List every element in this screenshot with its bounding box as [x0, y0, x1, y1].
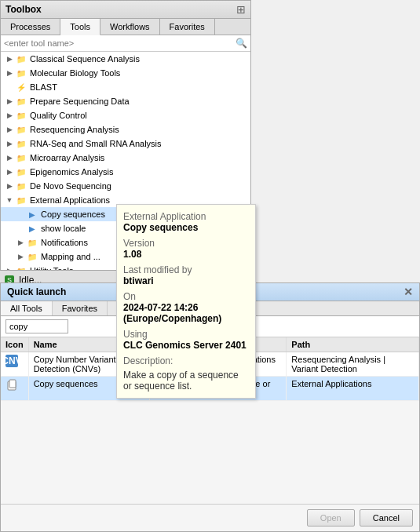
search-input[interactable]	[4, 38, 236, 48]
expand-icon: ▶	[4, 126, 15, 133]
item-label: Prepare Sequencing Data	[30, 97, 130, 106]
quick-launch-footer: Open Cancel	[1, 504, 419, 531]
tooltip-description: Make a copy of a sequence or sequence li…	[123, 370, 249, 392]
pin-icon[interactable]: ⊞	[236, 3, 246, 16]
tooltip-category: External Application	[123, 211, 249, 222]
ql-tab-all-tools[interactable]: All Tools	[1, 301, 53, 315]
item-label: External Applications	[30, 195, 110, 205]
col-icon[interactable]: Icon	[1, 337, 28, 352]
tooltip-modified-label: Last modified by	[123, 264, 249, 275]
item-label: Quality Control	[30, 111, 87, 120]
ql-tab-favorites[interactable]: Favorites	[53, 301, 108, 315]
item-label: Notifications	[41, 238, 88, 247]
expand-icon: ▶	[15, 253, 26, 261]
item-label: Classical Sequence Analysis	[30, 54, 140, 64]
folder-icon: 📁	[26, 236, 38, 249]
expand-icon: ▶	[4, 111, 15, 119]
item-label: Resequencing Analysis	[30, 125, 119, 134]
tooltip-title: Copy sequences	[123, 222, 249, 233]
item-label: RNA-Seq and Small RNA Analysis	[30, 139, 162, 148]
tree-item-molbio[interactable]: ▶ 📁 Molecular Biology Tools	[1, 66, 250, 80]
tab-processes[interactable]: Processes	[1, 19, 60, 35]
expand-icon: ▼	[4, 196, 15, 204]
tree-item-microarray[interactable]: ▶ 📁 Microarray Analysis	[1, 151, 250, 165]
folder-icon: 📁	[15, 109, 27, 122]
tooltip-description-label: Description:	[123, 355, 249, 366]
folder-icon: 📁	[15, 151, 27, 164]
tab-tools[interactable]: Tools	[60, 19, 100, 35]
folder-icon: 📁	[15, 123, 27, 136]
expand-icon: ▶	[4, 69, 15, 77]
folder-icon: 📁	[15, 166, 27, 178]
open-button[interactable]: Open	[307, 509, 355, 527]
tooltip-popup: External Application Copy sequences Vers…	[116, 204, 256, 399]
expand-icon: ▶	[4, 55, 15, 63]
toolbox-header: Toolbox ⊞	[1, 1, 250, 19]
folder-icon: 📁	[15, 95, 27, 107]
tooltip-version: 1.08	[123, 249, 249, 260]
tooltip-on-date: 2024-07-22 14:26 (Europe/Copenhagen)	[123, 302, 249, 324]
tab-workflows[interactable]: Workflows	[100, 19, 160, 35]
search-icon[interactable]: 🔍	[236, 38, 247, 49]
expand-icon: ▶	[4, 140, 15, 148]
expand-icon: ▶	[4, 154, 15, 162]
tab-favorites[interactable]: Favorites	[160, 19, 215, 35]
tooltip-modified-by: btiwari	[123, 275, 249, 286]
expand-icon: ▶	[4, 168, 15, 176]
quick-launch-close-button[interactable]: ✕	[404, 286, 413, 298]
quick-launch-search-input[interactable]	[5, 319, 68, 333]
tool-icon-cnv: CNV	[5, 355, 18, 367]
tooltip-version-label: Version	[123, 238, 249, 249]
tool-icon: ▶	[26, 222, 38, 235]
cancel-button[interactable]: Cancel	[360, 509, 413, 527]
item-label: Epigenomics Analysis	[30, 167, 113, 177]
tree-item-reseq[interactable]: ▶ 📁 Resequencing Analysis	[1, 122, 250, 137]
toolbox-title: Toolbox	[5, 4, 42, 15]
folder-icon: 📁	[15, 180, 27, 192]
folder-icon: 📁	[26, 250, 38, 263]
tooltip-using: CLC Genomics Server 2401	[123, 340, 249, 351]
folder-icon: 📁	[15, 137, 27, 150]
tree-item-epigenomics[interactable]: ▶ 📁 Epigenomics Analysis	[1, 165, 250, 179]
tree-item-prepare[interactable]: ▶ 📁 Prepare Sequencing Data	[1, 94, 250, 108]
expand-icon: ▶	[4, 97, 15, 105]
search-bar: 🔍	[1, 35, 250, 52]
item-label: Copy sequences	[41, 210, 105, 219]
tooltip-on-label: On	[123, 291, 249, 302]
tree-item-denovo[interactable]: ▶ 📁 De Novo Sequencing	[1, 179, 250, 193]
tool-icon-copy	[5, 379, 18, 392]
expand-icon: ▶	[4, 182, 15, 190]
svg-rect-3	[9, 380, 16, 388]
tooltip-using-label: Using	[123, 329, 249, 340]
folder-icon: 📁	[15, 53, 27, 65]
col-path[interactable]: Path	[287, 337, 419, 352]
folder-icon: 📁	[15, 194, 27, 206]
svg-text:CNV: CNV	[5, 355, 18, 366]
tree-item-qc[interactable]: ▶ 📁 Quality Control	[1, 108, 250, 122]
row-path: Resequencing Analysis | Variant Detectio…	[287, 352, 419, 377]
tree-item-classical[interactable]: ▶ 📁 Classical Sequence Analysis	[1, 52, 250, 66]
toolbox-tabs: Processes Tools Workflows Favorites	[1, 19, 250, 35]
item-label: show locale	[41, 224, 86, 233]
expand-icon: ▶	[15, 239, 26, 246]
tool-icon: ▶	[26, 208, 38, 220]
item-label: Microarray Analysis	[30, 153, 104, 162]
quick-launch-title: Quick launch	[7, 286, 66, 297]
item-label: BLAST	[30, 82, 57, 92]
folder-icon: 📁	[15, 67, 27, 79]
tree-item-blast[interactable]: ⚡ BLAST	[1, 80, 250, 94]
row-path: External Applications	[287, 377, 419, 401]
blast-icon: ⚡	[15, 81, 27, 93]
tree-item-rnaseq[interactable]: ▶ 📁 RNA-Seq and Small RNA Analysis	[1, 137, 250, 151]
item-label: Mapping and ...	[41, 252, 100, 261]
item-label: Molecular Biology Tools	[30, 68, 120, 78]
item-label: De Novo Sequencing	[30, 181, 111, 191]
